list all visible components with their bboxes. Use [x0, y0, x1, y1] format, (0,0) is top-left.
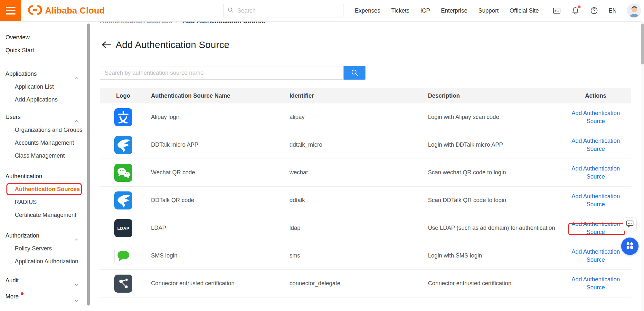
- sidebar-item-application-authorization[interactable]: Application Authorization: [0, 255, 86, 268]
- topbar-icons: EN: [553, 0, 641, 21]
- hamburger-menu-icon[interactable]: [0, 0, 21, 21]
- help-icon[interactable]: [590, 6, 598, 15]
- brand[interactable]: Alibaba Cloud: [28, 5, 105, 16]
- page-scrollbar: [641, 21, 644, 311]
- sidebar: OverviewQuick StartApplicationsApplicati…: [0, 21, 86, 311]
- sidebar-scrollbar: [86, 21, 91, 311]
- chevron-up-icon[interactable]: [74, 120, 79, 122]
- language-switch[interactable]: EN: [609, 7, 617, 14]
- sidebar-item-authorization[interactable]: Authorization: [0, 229, 86, 242]
- column-header-actions: Actions: [560, 92, 631, 99]
- sidebar-item-label: Authorization: [5, 232, 39, 239]
- topbar: Alibaba Cloud ExpensesTicketsICPEnterpri…: [0, 0, 644, 21]
- sidebar-item-label: Policy Servers: [15, 245, 52, 252]
- cell-description: Login with DDTalk micro APP: [423, 141, 560, 148]
- notification-dot: [578, 5, 581, 8]
- breadcrumb-separator: >: [175, 21, 179, 24]
- sidebar-item-label: Authentication Sources: [15, 186, 80, 193]
- cell-name: LDAP: [147, 225, 285, 231]
- sidebar-item-authentication[interactable]: Authentication: [0, 170, 86, 183]
- topnav-tickets[interactable]: Tickets: [391, 7, 409, 14]
- cell-name: DDTalk QR code: [147, 197, 285, 204]
- brand-name: Alibaba Cloud: [45, 6, 105, 16]
- topnav-expenses[interactable]: Expenses: [355, 7, 380, 14]
- topbar-search-input[interactable]: [237, 7, 340, 15]
- source-search-input[interactable]: [100, 66, 344, 80]
- cell-name: Alipay login: [147, 114, 285, 121]
- sidebar-item-label: RADIUS: [15, 199, 37, 206]
- bell-icon[interactable]: [571, 6, 580, 15]
- chevron-up-icon[interactable]: [74, 77, 79, 79]
- back-arrow-icon[interactable]: [102, 41, 111, 48]
- breadcrumb-parent[interactable]: Authentication Sources: [100, 21, 172, 24]
- column-header-logo: Logo: [100, 92, 147, 99]
- add-authentication-source-link[interactable]: Add Authentication Source: [568, 220, 623, 236]
- cell-identifier: ldap: [285, 225, 423, 231]
- table-row: Connector entrusted certificationconnect…: [100, 270, 631, 297]
- page-title: Add Authentication Source: [116, 39, 230, 50]
- sidebar-item-users[interactable]: Users: [0, 111, 86, 123]
- sidebar-item-overview[interactable]: Overview: [0, 31, 86, 44]
- sidebar-item-policy-servers[interactable]: Policy Servers: [0, 242, 86, 255]
- table-row: Wechat QR codewechatScan wechat QR code …: [100, 159, 631, 187]
- sidebar-item-audit[interactable]: Audit: [0, 274, 86, 287]
- sidebar-item-label: Overview: [5, 34, 30, 41]
- sidebar-item-label: Application List: [15, 83, 54, 90]
- sidebar-item-accounts-management[interactable]: Accounts Management: [0, 136, 86, 149]
- sidebar-item-applications[interactable]: Applications: [0, 67, 86, 80]
- page-scrollbar-thumb[interactable]: [641, 24, 644, 64]
- sidebar-item-more[interactable]: More: [0, 290, 86, 303]
- column-header-description: Description: [423, 92, 560, 99]
- search-button[interactable]: [344, 66, 365, 80]
- chevron-down-icon[interactable]: [74, 299, 79, 302]
- topnav-official-site[interactable]: Official Site: [510, 7, 539, 14]
- search-icon: [351, 69, 358, 77]
- add-authentication-source-link[interactable]: Add Authentication Source: [568, 137, 623, 153]
- topbar-search[interactable]: [223, 4, 344, 17]
- feedback-button[interactable]: [623, 218, 637, 231]
- cell-name: SMS login: [147, 252, 285, 259]
- console-icon[interactable]: [553, 6, 561, 15]
- main-content: Authentication Sources>Add Authenticatio…: [91, 21, 644, 311]
- add-authentication-source-link[interactable]: Add Authentication Source: [568, 192, 623, 209]
- cell-description: Scan wechat QR code to login: [423, 169, 560, 176]
- sidebar-scrollbar-thumb[interactable]: [87, 24, 90, 306]
- add-authentication-source-link[interactable]: Add Authentication Source: [568, 276, 623, 292]
- table-row: SMS loginsmsLogin with SMS loginAdd Auth…: [100, 242, 631, 270]
- sidebar-item-application-list[interactable]: Application List: [0, 80, 86, 93]
- connector-logo: [114, 275, 132, 293]
- cell-identifier: ddtalk: [285, 197, 423, 204]
- sidebar-item-add-applications[interactable]: Add Applications: [0, 93, 86, 106]
- topnav-support[interactable]: Support: [478, 7, 498, 14]
- avatar[interactable]: [627, 4, 641, 18]
- chevron-up-icon[interactable]: [74, 238, 79, 241]
- app-grid-icon: [625, 241, 634, 251]
- add-authentication-source-link[interactable]: Add Authentication Source: [568, 165, 623, 181]
- sidebar-item-organizations-and-groups[interactable]: Organizations and Groups: [0, 123, 86, 136]
- sidebar-item-label: Users: [5, 114, 21, 121]
- sidebar-item-certificate-management[interactable]: Certificate Management: [0, 209, 86, 221]
- sidebar-item-radius[interactable]: RADIUS: [0, 196, 86, 209]
- auth-sources-table: LogoAuthentication Source NameIdentifier…: [100, 88, 631, 297]
- cell-identifier: alipay: [285, 114, 423, 121]
- cell-name: DDTalk micro APP: [147, 141, 285, 148]
- topnav-icp[interactable]: ICP: [420, 7, 430, 14]
- sidebar-item-authentication-sources[interactable]: Authentication Sources: [0, 183, 86, 196]
- add-authentication-source-link[interactable]: Add Authentication Source: [568, 248, 623, 264]
- add-authentication-source-link[interactable]: Add Authentication Source: [568, 109, 623, 125]
- breadcrumb-current: Add Authentication Source: [182, 21, 265, 24]
- cell-name: Wechat QR code: [147, 169, 285, 176]
- sidebar-item-quick-start[interactable]: Quick Start: [0, 44, 86, 57]
- sidebar-item-class-management[interactable]: Class Management: [0, 149, 86, 162]
- sidebar-item-label: Quick Start: [5, 47, 34, 54]
- table-row: LDAPLDAPldapUse LDAP (such as ad domain)…: [100, 214, 631, 242]
- topnav-enterprise[interactable]: Enterprise: [441, 7, 467, 14]
- breadcrumb: Authentication Sources>Add Authenticatio…: [100, 21, 265, 25]
- sidebar-item-label: More: [5, 293, 19, 300]
- table-row: DDTalk QR codeddtalkScan DDTalk QR code …: [100, 187, 631, 214]
- sidebar-item-label: Audit: [5, 277, 19, 284]
- chevron-down-icon[interactable]: [74, 283, 79, 286]
- apps-launcher-button[interactable]: [621, 238, 639, 255]
- cell-description: Connector entrusted certification: [423, 280, 560, 287]
- sidebar-item-label: Authentication: [5, 173, 42, 180]
